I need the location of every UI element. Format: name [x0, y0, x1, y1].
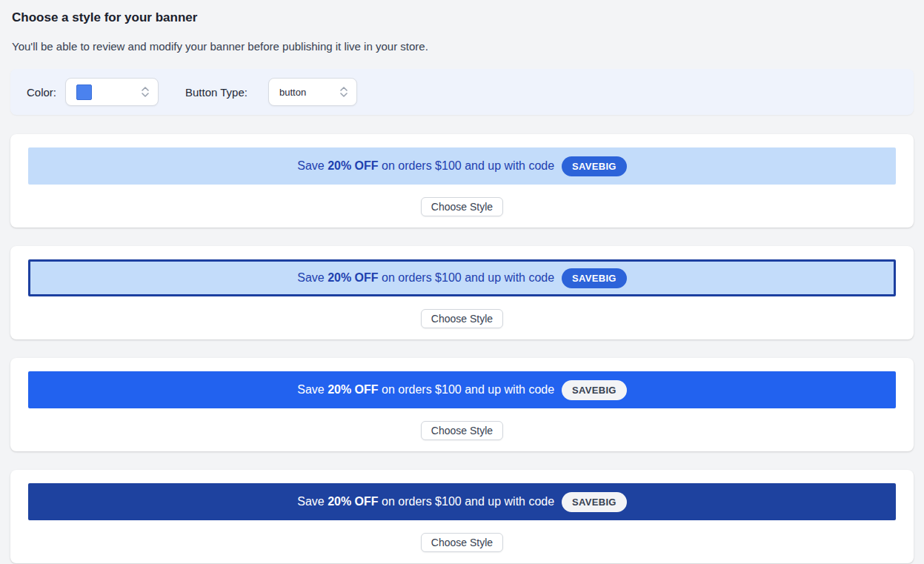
banner-preview: Save 20% OFF on orders $100 and up with … [28, 483, 896, 520]
color-select[interactable] [65, 78, 159, 106]
style-card: Save 20% OFF on orders $100 and up with … [10, 134, 914, 228]
button-type-label: Button Type: [185, 86, 247, 99]
choose-style-button[interactable]: Choose Style [421, 421, 503, 440]
button-type-value: button [279, 87, 306, 98]
color-swatch [76, 84, 92, 100]
banner-preview: Save 20% OFF on orders $100 and up with … [28, 259, 896, 296]
chevron-updown-icon [142, 87, 149, 97]
chevron-updown-icon [340, 87, 348, 97]
banner-text: Save 20% OFF on orders $100 and up with … [297, 159, 554, 173]
choose-style-button[interactable]: Choose Style [421, 533, 503, 552]
banner-text: Save 20% OFF on orders $100 and up with … [297, 383, 554, 397]
button-type-select[interactable]: button [268, 78, 357, 106]
banner-preview: Save 20% OFF on orders $100 and up with … [28, 147, 896, 185]
code-pill: SAVEBIG [562, 380, 627, 400]
choose-style-button[interactable]: Choose Style [421, 197, 503, 216]
banner-text: Save 20% OFF on orders $100 and up with … [297, 271, 554, 285]
banner-text: Save 20% OFF on orders $100 and up with … [297, 495, 554, 508]
code-pill: SAVEBIG [562, 268, 627, 288]
page-subtitle: You'll be able to review and modify your… [10, 40, 914, 53]
code-pill: SAVEBIG [562, 156, 627, 176]
style-card: Save 20% OFF on orders $100 and up with … [10, 470, 914, 563]
style-card: Save 20% OFF on orders $100 and up with … [10, 246, 914, 339]
color-label: Color: [27, 86, 56, 99]
banner-options-toolbar: Color: Button Type: button [10, 69, 914, 115]
code-pill: SAVEBIG [562, 492, 627, 512]
choose-style-button[interactable]: Choose Style [421, 309, 503, 328]
page-title: Choose a style for your banner [10, 10, 914, 25]
banner-preview: Save 20% OFF on orders $100 and up with … [28, 371, 896, 408]
style-card: Save 20% OFF on orders $100 and up with … [10, 358, 914, 451]
